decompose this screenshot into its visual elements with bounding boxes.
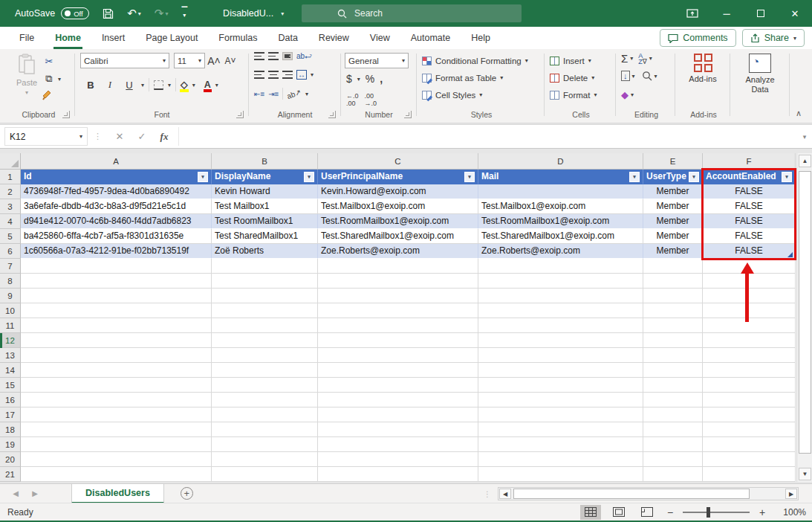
font-size-combo[interactable]: 11 ▾ <box>174 53 205 68</box>
format-painter-icon[interactable] <box>42 89 53 101</box>
page-layout-view-button[interactable] <box>608 505 629 520</box>
fill-color-button[interactable]: ◇ <box>181 80 188 89</box>
filter-button-C[interactable]: ▾ <box>464 172 475 182</box>
cell-A5[interactable]: ba425860-6ffa-4cb7-af5a-f8301d31635e <box>21 229 212 244</box>
row-header-21[interactable]: 21 <box>0 467 21 482</box>
cell-F9[interactable] <box>703 289 796 303</box>
tab-automate[interactable]: Automate <box>400 27 461 49</box>
cell-A17[interactable] <box>21 407 212 422</box>
cell-A21[interactable] <box>21 467 212 482</box>
cell-E15[interactable] <box>643 378 703 393</box>
share-button[interactable]: Share ▾ <box>742 29 805 47</box>
cell-B21[interactable] <box>212 467 318 482</box>
row-header-20[interactable]: 20 <box>0 452 21 467</box>
cell-D3[interactable]: Test.Mailbox1@exoip.com <box>478 199 643 214</box>
increase-decimal-button[interactable]: ←.0.00 <box>346 92 359 107</box>
filter-button-E[interactable]: ▾ <box>689 172 699 182</box>
comma-format-button[interactable]: , <box>380 73 383 85</box>
align-left-icon[interactable] <box>254 71 264 79</box>
row-header-17[interactable]: 17 <box>0 407 21 422</box>
cell-F3[interactable]: FALSE <box>703 199 796 214</box>
cell-B9[interactable] <box>212 289 318 303</box>
cell-E17[interactable] <box>643 407 703 422</box>
tab-page-layout[interactable]: Page Layout <box>135 27 208 49</box>
cell-E14[interactable] <box>643 363 703 378</box>
font-dialog-launcher[interactable] <box>236 111 244 118</box>
percent-format-button[interactable]: % <box>366 73 374 85</box>
zoom-in-button[interactable]: + <box>757 506 767 518</box>
cell-E11[interactable] <box>643 318 703 333</box>
cell-styles-button[interactable]: Cell Styles ▾ <box>422 87 482 103</box>
align-middle-icon[interactable] <box>268 52 279 60</box>
cell-C3[interactable]: Test.Mailbox1@exoip.com <box>318 199 478 214</box>
vertical-scroll-thumb[interactable] <box>799 171 811 454</box>
orientation-dropdown-icon[interactable]: ▾ <box>305 91 308 97</box>
undo-dropdown-icon[interactable]: ▾ <box>138 10 141 17</box>
filter-button-B[interactable]: ▾ <box>304 172 314 182</box>
close-button[interactable]: ✕ <box>778 0 812 27</box>
row-header-4[interactable]: 4 <box>0 214 21 229</box>
cell-D12[interactable] <box>478 333 643 348</box>
font-name-combo[interactable]: Calibri ▾ <box>80 53 169 68</box>
cell-C18[interactable] <box>318 422 478 437</box>
cell-F4[interactable]: FALSE <box>703 214 796 229</box>
insert-function-button[interactable]: fx <box>153 131 175 143</box>
cell-E3[interactable]: Member <box>643 199 703 214</box>
customize-quick-access-button[interactable]: ▔▾ <box>181 9 187 18</box>
paste-dropdown-icon[interactable]: ▾ <box>25 89 28 96</box>
cell-B19[interactable] <box>212 437 318 452</box>
cell-D13[interactable] <box>478 348 643 363</box>
cell-C4[interactable]: Test.RoomMailbox1@exoip.com <box>318 214 478 229</box>
sort-filter-button[interactable]: AZ∇ <box>638 53 647 65</box>
ribbon-display-options-button[interactable] <box>675 0 709 27</box>
cell-B2[interactable]: Kevin Howard <box>212 184 318 199</box>
orientation-icon[interactable]: ab↗ <box>286 87 302 100</box>
cell-B17[interactable] <box>212 407 318 422</box>
cell-A13[interactable] <box>21 348 212 363</box>
zoom-slider-handle[interactable] <box>707 507 710 518</box>
cell-A11[interactable] <box>21 318 212 333</box>
format-as-table-button[interactable]: Format as Table ▾ <box>422 70 503 86</box>
cell-C10[interactable] <box>318 303 478 318</box>
cell-C9[interactable] <box>318 289 478 303</box>
cell-E7[interactable] <box>643 259 703 274</box>
cell-D10[interactable] <box>478 303 643 318</box>
cancel-entry-button[interactable]: ✕ <box>108 131 131 142</box>
save-button[interactable] <box>103 8 114 19</box>
formula-bar-grip[interactable]: ⋮ <box>94 132 103 141</box>
cell-A15[interactable] <box>21 378 212 393</box>
cell-D11[interactable] <box>478 318 643 333</box>
clear-button[interactable]: ◆ <box>621 89 629 100</box>
cell-E5[interactable]: Member <box>643 229 703 244</box>
cell-E6[interactable]: Member <box>643 244 703 259</box>
sort-filter-dropdown-icon[interactable]: ▾ <box>649 55 652 62</box>
scrollbar-grip[interactable]: ⋮ <box>484 490 491 498</box>
borders-icon[interactable] <box>154 80 163 90</box>
align-right-icon[interactable] <box>282 71 293 79</box>
row-header-5[interactable]: 5 <box>0 229 21 244</box>
cell-C19[interactable] <box>318 437 478 452</box>
normal-view-button[interactable] <box>580 505 601 520</box>
cell-F8[interactable] <box>703 274 796 289</box>
delete-cells-button[interactable]: Delete ▾ <box>550 70 594 86</box>
cell-E2[interactable]: Member <box>643 184 703 199</box>
zoom-slider[interactable] <box>683 512 750 513</box>
cell-E18[interactable] <box>643 422 703 437</box>
cell-C6[interactable]: Zoe.Roberts@exoip.com <box>318 244 478 259</box>
bold-button[interactable]: B <box>83 77 98 92</box>
row-header-8[interactable]: 8 <box>0 274 21 289</box>
column-header-D[interactable]: D <box>478 153 643 170</box>
cell-D2[interactable] <box>478 184 643 199</box>
cell-A4[interactable]: d941e412-0070-4c6b-8460-f4dd7adb6823 <box>21 214 212 229</box>
filter-button-F[interactable]: ▾ <box>782 172 792 182</box>
row-header-7[interactable]: 7 <box>0 259 21 274</box>
cell-F16[interactable] <box>703 393 796 407</box>
autosave-toggle[interactable]: Off <box>61 7 89 19</box>
cell-F2[interactable]: FALSE <box>703 184 796 199</box>
cell-F17[interactable] <box>703 407 796 422</box>
cell-B15[interactable] <box>212 378 318 393</box>
cell-B11[interactable] <box>212 318 318 333</box>
cell-C7[interactable] <box>318 259 478 274</box>
tab-view[interactable]: View <box>360 27 400 49</box>
cell-C13[interactable] <box>318 348 478 363</box>
